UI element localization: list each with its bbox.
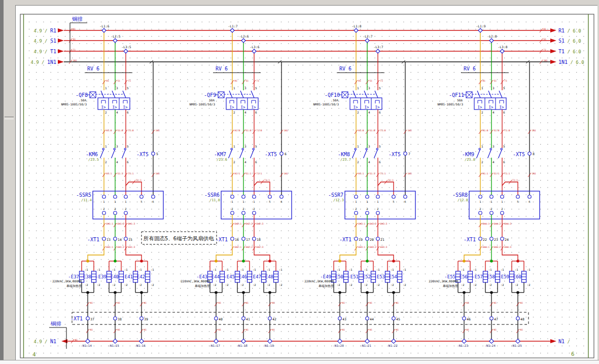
svg-text:6: 6 (404, 200, 406, 203)
svg-text::2: :2 (403, 283, 406, 286)
svg-text:38: 38 (118, 317, 122, 321)
svg-text:I>: I> (123, 105, 128, 110)
svg-text:-QF8: -QF8 (76, 92, 88, 98)
svg-text:-N1:20: -N1:20 (333, 344, 344, 347)
svg-text:I>: I> (101, 105, 106, 110)
svg-text:1N1: 1N1 (544, 59, 548, 62)
svg-text:1N1: 1N1 (284, 129, 289, 132)
svg-text:-XT1: -XT1 (87, 237, 99, 242)
svg-text:2: 2 (481, 111, 483, 114)
svg-text:T1:0: T1:0 (380, 129, 386, 132)
svg-text::1: :1 (151, 268, 154, 271)
svg-text:-E44: -E44 (208, 274, 220, 279)
svg-text::2: :2 (124, 283, 128, 286)
svg-text:-L3:8: -L3:8 (498, 45, 508, 49)
svg-text:R1:0: R1:0 (483, 129, 488, 132)
svg-text:1: 1 (233, 144, 235, 148)
svg-text:EH1:1: EH1:1 (107, 223, 114, 225)
svg-text:R1: R1 (235, 80, 238, 82)
svg-text:-E55: -E55 (444, 274, 455, 279)
svg-text:4.9 / N1: 4.9 / N1 (33, 339, 56, 344)
svg-text:14: 14 (118, 238, 122, 242)
svg-text:/23.5: /23.5 (88, 158, 99, 162)
svg-text::1: :1 (112, 268, 116, 271)
svg-text:-E49: -E49 (320, 274, 331, 279)
svg-text:1: 1 (125, 200, 126, 203)
svg-text:EH1:3: EH1:3 (128, 246, 135, 248)
svg-text:5: 5 (127, 86, 129, 90)
svg-text:EH3:3: EH3:3 (380, 223, 387, 225)
svg-text:3: 3 (368, 144, 370, 148)
svg-text:5: 5 (269, 200, 270, 203)
svg-text:-L2:7: -L2:7 (363, 34, 373, 38)
svg-text:R1:0: R1:0 (235, 129, 240, 132)
svg-text:EH2:3: EH2:3 (257, 246, 264, 248)
svg-text:/12.8: /12.8 (457, 198, 468, 202)
svg-text:1: 1 (501, 200, 503, 203)
svg-text:-XT5: -XT5 (265, 152, 277, 157)
svg-text::2: :2 (376, 283, 380, 286)
svg-text::2: :2 (364, 283, 368, 286)
svg-text:41: 41 (246, 317, 250, 321)
svg-text:1N1: 1N1 (532, 172, 537, 175)
svg-text:EH3:1: EH3:1 (359, 223, 366, 225)
svg-text:-QF10: -QF10 (325, 92, 340, 98)
svg-text:-L3:5: -L3:5 (122, 45, 131, 49)
svg-text:7: 7 (408, 152, 410, 156)
svg-text:6: 6 (503, 160, 505, 164)
svg-text:-E40: -E40 (108, 274, 119, 279)
svg-text:2: 2 (105, 160, 107, 164)
svg-text:-E54: -E54 (386, 274, 397, 279)
svg-text::2: :2 (527, 283, 531, 286)
svg-text::2: :2 (337, 283, 340, 286)
svg-text:6: 6 (571, 351, 575, 357)
svg-text:R1:1: R1:1 (359, 172, 364, 175)
svg-text:/12.3: /12.3 (333, 198, 344, 202)
svg-text:5: 5 (255, 86, 257, 90)
svg-text::2: :2 (501, 283, 504, 286)
svg-text:2: 2 (233, 160, 235, 164)
schematic-canvas[interactable]: 464.9 / R1R1 / 6.0R1R14.9 / S1S1 / 6.0S1… (0, 0, 599, 364)
svg-text:T1:1: T1:1 (388, 179, 394, 181)
svg-text:/11.8: /11.8 (209, 198, 220, 202)
svg-text:220VAC,3KW,800MM: 220VAC,3KW,800MM (181, 279, 210, 283)
svg-text:S1:1: S1:1 (118, 172, 123, 175)
svg-text:R1: R1 (544, 28, 547, 30)
svg-text:R1:1: R1:1 (483, 172, 488, 175)
svg-text:EH4:1: EH4:1 (483, 246, 490, 248)
svg-text:N1: N1 (272, 329, 275, 331)
svg-text:-N1:21: -N1:21 (360, 344, 371, 347)
svg-text:N1: N1 (219, 329, 222, 331)
svg-text::2: :2 (225, 283, 229, 286)
svg-text:5: 5 (255, 144, 257, 148)
svg-text:I>: I> (375, 105, 380, 110)
svg-text:1N1: 1N1 (156, 129, 160, 132)
svg-text:N1: N1 (467, 302, 470, 304)
svg-text:-E39: -E39 (95, 274, 107, 279)
svg-text:-L2:5: -L2:5 (111, 34, 121, 38)
svg-text:EH1:2: EH1:2 (118, 246, 125, 248)
svg-text:N1: N1 (396, 329, 399, 331)
svg-text:5: 5 (140, 200, 142, 203)
svg-text:-E42: -E42 (134, 274, 145, 279)
svg-text::1: :1 (267, 268, 270, 271)
svg-text:EH4:3: EH4:3 (505, 246, 512, 248)
svg-text:RV 6: RV 6 (339, 66, 351, 71)
svg-text:2: 2 (490, 207, 492, 210)
svg-text:R1:0: R1:0 (359, 129, 364, 132)
svg-text:43: 43 (342, 317, 346, 321)
svg-text::2: :2 (515, 283, 518, 286)
svg-text::1: :1 (349, 268, 353, 271)
svg-text::1: :1 (138, 268, 142, 271)
svg-text:N1: N1 (520, 302, 523, 304)
svg-text:单端加热管: 单端加热管 (66, 284, 82, 288)
svg-text:-SSR5: -SSR5 (76, 192, 91, 198)
svg-text:19: 19 (359, 238, 363, 242)
svg-text:4: 4 (492, 160, 495, 164)
svg-text:3: 3 (492, 144, 495, 148)
svg-text:-KM8: -KM8 (338, 152, 350, 157)
svg-text::2: :2 (253, 283, 256, 286)
svg-text:T1:1: T1:1 (128, 172, 134, 175)
svg-text::1: :1 (213, 268, 217, 271)
svg-text:-L1:8: -L1:8 (352, 24, 362, 28)
